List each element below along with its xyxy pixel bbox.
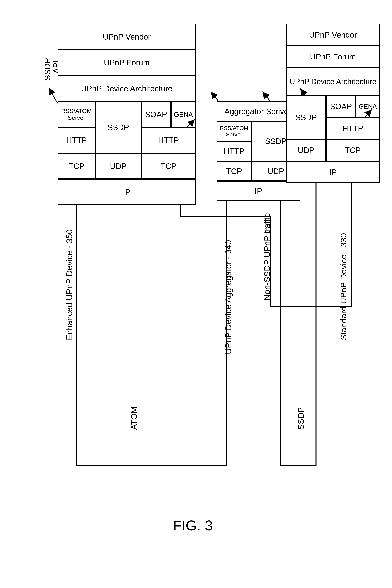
enhanced-ip: IP <box>58 179 196 205</box>
aggregator-rss-atom-text: RSS/ATOM Server <box>217 125 251 138</box>
standard-http: HTTP <box>326 117 380 139</box>
svg-line-0 <box>49 88 58 104</box>
standard-arch-text: UPnP Device Architecture <box>290 77 376 86</box>
enhanced-arch-text: UPnP Device Architecture <box>81 84 172 93</box>
enhanced-rss-atom: RSS/ATOM Server <box>58 102 96 127</box>
standard-ip: IP <box>286 161 380 183</box>
enhanced-ssdp-text: SSDP <box>108 123 129 132</box>
enhanced-caption: Enhanced UPnP Device - 350 <box>64 229 74 340</box>
enhanced-rss-atom-text: RSS/ATOM Server <box>58 108 95 121</box>
standard-soap-text: SOAP <box>330 102 352 111</box>
enhanced-soap-text: SOAP <box>145 110 167 119</box>
enhanced-http-left: HTTP <box>58 127 96 153</box>
standard-udp: UDP <box>286 139 326 161</box>
standard-vendor: UPnP Vendor <box>286 24 380 46</box>
atom-link-label: ATOM <box>129 407 139 430</box>
enhanced-forum: UPnP Forum <box>58 50 196 76</box>
enhanced-http-right-text: HTTP <box>158 136 179 145</box>
aggregator-ip: IP <box>217 181 300 201</box>
aggregator-udp-text: UDP <box>267 167 284 176</box>
standard-arch: UPnP Device Architecture <box>286 68 380 96</box>
aggregator-service-text: Aggregator Serivce <box>224 107 292 116</box>
enhanced-tcp-left: TCP <box>58 153 96 179</box>
aggregator-caption: UPnP Device Aggregator - 340 <box>224 240 233 354</box>
enhanced-udp-text: UDP <box>110 162 126 171</box>
enhanced-gena-text: GENA <box>174 111 193 118</box>
standard-forum: UPnP Forum <box>286 46 380 68</box>
standard-tcp: TCP <box>326 139 380 161</box>
standard-gena-text: GENA <box>359 103 377 110</box>
standard-vendor-text: UPnP Vendor <box>309 31 357 39</box>
aggregator-rss-atom: RSS/ATOM Server <box>217 121 252 141</box>
enhanced-tcp-right-text: TCP <box>160 162 176 171</box>
aggregator-ssdp-text: SSDP <box>265 137 287 146</box>
ssdp-api-label-1: SSDP <box>43 58 52 81</box>
standard-soap: SOAP <box>326 96 356 117</box>
enhanced-ip-text: IP <box>123 188 130 197</box>
standard-ssdp: SSDP <box>286 96 326 139</box>
enhanced-vendor: UPnP Vendor <box>58 24 196 50</box>
diagram-root: SSDP API UPnP Vendor UPnP Forum UPnP Dev… <box>8 8 384 580</box>
standard-forum-text: UPnP Forum <box>310 52 356 61</box>
standard-gena: GENA <box>356 96 380 117</box>
aggregator-ip-text: IP <box>255 187 262 196</box>
standard-caption: Standard UPnP Device - 330 <box>339 233 348 340</box>
aggregator-http-text: HTTP <box>224 147 244 156</box>
enhanced-http-right: HTTP <box>141 127 196 153</box>
enhanced-udp: UDP <box>96 153 141 179</box>
enhanced-soap: SOAP <box>141 102 171 127</box>
svg-line-4 <box>262 92 270 102</box>
standard-tcp-text: TCP <box>345 146 361 155</box>
figure-label: FIG. 3 <box>173 517 213 534</box>
standard-http-text: HTTP <box>342 124 363 133</box>
aggregator-http: HTTP <box>217 141 252 161</box>
ssdp-link-label: SSDP <box>296 407 306 430</box>
aggregator-tcp: TCP <box>217 161 252 181</box>
standard-ip-text: IP <box>329 168 337 177</box>
svg-line-1 <box>211 92 219 102</box>
enhanced-tcp-left-text: TCP <box>68 162 84 171</box>
aggregator-tcp-text: TCP <box>226 167 242 176</box>
enhanced-http-left-text: HTTP <box>66 136 87 145</box>
non-ssdp-link-label: Non-SSDP UPnP traffic <box>262 213 272 301</box>
enhanced-gena: GENA <box>171 102 196 127</box>
enhanced-forum-text: UPnP Forum <box>104 58 150 67</box>
enhanced-tcp-right: TCP <box>141 153 196 179</box>
standard-ssdp-text: SSDP <box>296 113 317 122</box>
enhanced-vendor-text: UPnP Vendor <box>103 33 151 41</box>
enhanced-ssdp: SSDP <box>96 102 141 153</box>
enhanced-arch: UPnP Device Architecture <box>58 76 196 102</box>
standard-udp-text: UDP <box>298 146 314 155</box>
